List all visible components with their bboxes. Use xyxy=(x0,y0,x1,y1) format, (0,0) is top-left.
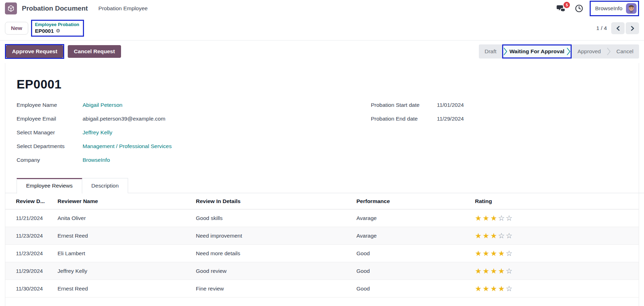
cell-rating: ★★★☆☆ xyxy=(475,214,639,222)
star-empty-icon[interactable]: ☆ xyxy=(506,267,513,275)
star-empty-icon[interactable]: ☆ xyxy=(506,214,513,222)
breadcrumb: Employee Probation EP0001 ⚙ xyxy=(31,20,84,37)
table-row[interactable]: 11/21/2024 Anita Oliver Good skills Avar… xyxy=(5,209,639,227)
star-empty-icon[interactable]: ☆ xyxy=(498,214,506,222)
star-filled-icon[interactable]: ★ xyxy=(490,250,498,257)
star-filled-icon[interactable]: ★ xyxy=(498,285,506,292)
cell-review-date: 11/29/2024 xyxy=(16,268,58,274)
field-value: 11/01/2024 xyxy=(437,102,464,108)
cell-reviewer-name: Eli Lambert xyxy=(58,250,196,257)
cell-reviewer-name: Jeffrey Kelly xyxy=(58,268,196,274)
tab-employee-reviews[interactable]: Employee Reviews xyxy=(17,178,82,194)
cell-review-details: Good review xyxy=(196,268,356,274)
star-filled-icon[interactable]: ★ xyxy=(475,214,483,222)
table-row[interactable]: 11/29/2024 Jeffrey Kelly Good review Goo… xyxy=(5,262,639,280)
messages-badge: 5 xyxy=(564,2,570,8)
status-waiting-for-approval-active[interactable]: Waiting For Approval xyxy=(502,44,572,59)
statusbar-chevron-icon xyxy=(607,44,611,59)
cell-review-details: Need more details xyxy=(196,250,356,257)
approve-request-button[interactable]: Approve Request xyxy=(6,45,63,58)
table-row[interactable]: 11/30/2024 Ernest Reed Fine review Good … xyxy=(5,280,639,298)
breadcrumb-model-link[interactable]: Employee Probation xyxy=(35,22,79,27)
star-filled-icon[interactable]: ★ xyxy=(475,232,483,239)
column-header[interactable]: Performance xyxy=(356,198,475,204)
column-header[interactable]: Rating xyxy=(475,198,639,204)
field-label: Probation End date xyxy=(371,116,437,122)
breadcrumb-record: EP0001 xyxy=(35,27,54,34)
pager-counter: 1 / 4 xyxy=(596,25,607,31)
activity-clock-icon[interactable] xyxy=(575,4,583,13)
column-header[interactable]: Reviewer Name xyxy=(58,198,196,204)
new-button[interactable]: New xyxy=(5,22,28,35)
field-row: Employee Name Abigail Peterson xyxy=(17,102,371,108)
star-filled-icon[interactable]: ★ xyxy=(475,285,483,292)
field-row: Probation Start date 11/01/2024 xyxy=(371,102,627,108)
star-filled-icon[interactable]: ★ xyxy=(498,267,506,275)
cell-performance: Good xyxy=(356,286,475,292)
star-filled-icon[interactable]: ★ xyxy=(483,232,490,239)
pager-next-button[interactable] xyxy=(626,22,639,34)
pager-previous-button[interactable] xyxy=(611,22,625,34)
reviews-table: Review D...Reviewer NameReview In Detail… xyxy=(5,193,639,298)
star-filled-icon[interactable]: ★ xyxy=(483,250,490,257)
right-field-column: Probation Start date 11/01/2024 Probatio… xyxy=(371,102,627,163)
cell-review-details: Need improvement xyxy=(196,233,356,239)
star-filled-icon[interactable]: ★ xyxy=(483,267,490,275)
status-draft[interactable]: Draft xyxy=(479,44,502,59)
tab-description[interactable]: Description xyxy=(82,178,128,193)
field-value[interactable]: Jeffrey Kelly xyxy=(83,129,112,136)
field-value: abigail.peterson39@example.com xyxy=(83,116,165,122)
table-body: 11/21/2024 Anita Oliver Good skills Avar… xyxy=(5,209,639,298)
field-label: Employee Name xyxy=(17,102,83,108)
star-empty-icon[interactable]: ☆ xyxy=(506,232,513,239)
star-filled-icon[interactable]: ★ xyxy=(490,267,498,275)
status-approved[interactable]: Approved xyxy=(572,44,606,59)
cell-performance: Good xyxy=(356,250,475,257)
field-label: Select Departments xyxy=(17,143,83,149)
star-empty-icon[interactable]: ☆ xyxy=(506,250,513,257)
star-filled-icon[interactable]: ★ xyxy=(483,214,490,222)
gear-icon[interactable]: ⚙ xyxy=(56,27,60,34)
field-row: Select Manager Jeffrey Kelly xyxy=(17,129,371,136)
cell-review-date: 11/30/2024 xyxy=(16,286,58,292)
cell-review-details: Fine review xyxy=(196,286,356,292)
field-value[interactable]: BrowseInfo xyxy=(83,157,110,163)
status-cancel[interactable]: Cancel xyxy=(611,44,639,59)
star-filled-icon[interactable]: ★ xyxy=(483,285,490,292)
cancel-request-button[interactable]: Cancel Request xyxy=(68,45,121,58)
user-menu[interactable]: BrowseInfo xyxy=(590,1,639,16)
field-row: Probation End date 11/29/2024 xyxy=(371,116,627,122)
cell-reviewer-name: Ernest Reed xyxy=(58,286,196,292)
record-title: EP0001 xyxy=(17,77,627,91)
app-title[interactable]: Probation Document xyxy=(22,5,88,12)
cell-review-date: 11/23/2024 xyxy=(16,250,58,257)
star-empty-icon[interactable]: ☆ xyxy=(498,232,506,239)
table-row[interactable]: 11/23/2024 Ernest Reed Need improvement … xyxy=(5,227,639,245)
field-value[interactable]: Management / Professional Services xyxy=(83,143,171,149)
cell-review-date: 11/21/2024 xyxy=(16,215,58,221)
star-filled-icon[interactable]: ★ xyxy=(490,214,498,222)
top-navbar: Probation Document Probation Employee 5 … xyxy=(0,0,644,17)
table-row[interactable]: 11/23/2024 Eli Lambert Need more details… xyxy=(5,245,639,262)
star-empty-icon[interactable]: ☆ xyxy=(506,285,513,292)
column-header[interactable]: Review In Details xyxy=(196,198,356,204)
cell-reviewer-name: Ernest Reed xyxy=(58,233,196,239)
statusbar: DraftWaiting For ApprovalApprovedCancel xyxy=(479,44,639,59)
star-filled-icon[interactable]: ★ xyxy=(498,250,506,257)
column-header[interactable]: Review D... xyxy=(16,198,58,204)
app-cube-icon[interactable] xyxy=(5,2,17,14)
menu-probation-employee[interactable]: Probation Employee xyxy=(98,5,148,12)
field-label: Select Manager xyxy=(17,129,83,136)
messages-icon[interactable]: 5 xyxy=(556,5,566,12)
star-filled-icon[interactable]: ★ xyxy=(475,267,483,275)
table-header-row: Review D...Reviewer NameReview In Detail… xyxy=(5,193,639,209)
star-filled-icon[interactable]: ★ xyxy=(475,250,483,257)
star-filled-icon[interactable]: ★ xyxy=(490,232,498,239)
field-value[interactable]: Abigail Peterson xyxy=(83,102,122,108)
field-label: Employee Email xyxy=(17,116,83,122)
field-label: Company xyxy=(17,157,83,163)
statusbar-chevron-icon xyxy=(566,45,571,57)
statusbar-chevron-icon xyxy=(503,45,507,57)
avatar xyxy=(626,3,637,14)
star-filled-icon[interactable]: ★ xyxy=(490,285,498,292)
